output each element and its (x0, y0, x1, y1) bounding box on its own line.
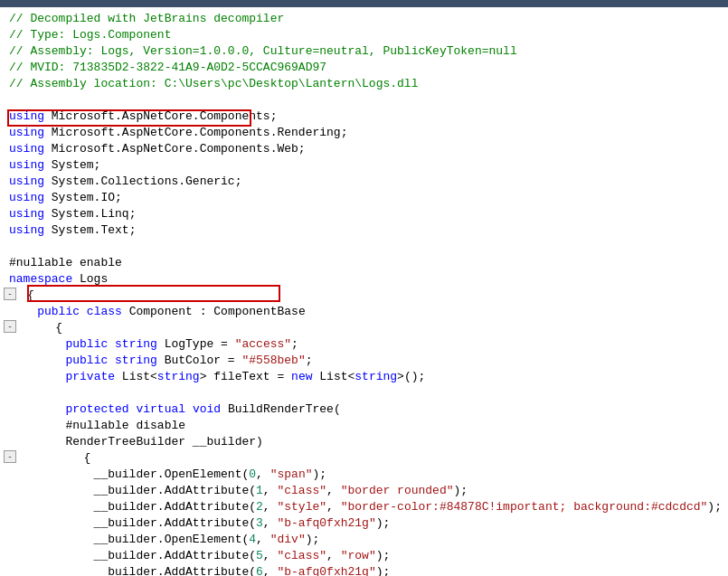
code: List< (115, 370, 157, 383)
code: System; (44, 158, 100, 172)
code: , (263, 516, 278, 530)
class-brace-line: - { (0, 320, 728, 336)
code: ButColor = (157, 354, 242, 367)
line-content: __builder.AddAttribute(6, "b-afq0fxh21g"… (0, 564, 728, 576)
line: using System.Text; (0, 222, 728, 239)
keyword: using (9, 191, 44, 204)
line-content (0, 385, 728, 401)
code: #nullable disable (9, 419, 185, 432)
line-content: #nullable enable (0, 255, 728, 271)
number: 5 (256, 549, 263, 562)
line: // Assembly: Logs, Version=1.0.0.0, Cult… (0, 43, 728, 60)
keyword: virtual (136, 402, 185, 416)
comment: // Assembly: Logs, Version=1.0.0.0, Cult… (9, 44, 517, 58)
code (9, 305, 37, 318)
code-area: // Decompiled with JetBrains decompiler … (0, 7, 728, 576)
comment: // Type: Logs.Component (9, 28, 171, 42)
line: // Decompiled with JetBrains decompiler (0, 11, 728, 27)
code: System.IO; (44, 191, 122, 204)
line: private List<string> fileText = new List… (0, 369, 728, 385)
code: , (326, 549, 341, 562)
string: "style" (277, 500, 326, 514)
keyword: private (65, 370, 115, 383)
code: > fileText = (200, 370, 291, 383)
code: __builder.OpenElement( (9, 533, 249, 546)
method-brace-line: - { (0, 450, 728, 467)
keyword: public (65, 337, 108, 351)
line: using System.Collections.Generic; (0, 174, 728, 190)
line-content: { (18, 288, 728, 304)
comment: // Assembly location: C:\Users\pc\Deskto… (9, 77, 418, 90)
string: "row" (341, 549, 376, 562)
collapse-icon[interactable]: - (4, 450, 16, 463)
number: 3 (256, 516, 263, 530)
keyword: string (115, 354, 157, 367)
comment: // Decompiled with JetBrains decompiler (9, 12, 284, 25)
keyword: class (87, 305, 122, 318)
string: "b-afq0fxh21g" (277, 565, 375, 576)
class-declaration-line: public class Component : ComponentBase (0, 304, 728, 320)
code: Microsoft.AspNetCore.Components.Renderin… (44, 126, 347, 139)
code: , (263, 565, 278, 576)
collapse-icon[interactable]: - (4, 288, 16, 300)
code (9, 402, 65, 416)
line-content: public string LogType = "access"; (0, 336, 728, 353)
line-content: __builder.AddAttribute(5, "class", "row"… (0, 548, 728, 564)
code: __builder.AddAttribute( (9, 565, 256, 576)
line-content: using System.Linq; (0, 206, 728, 222)
line: __builder.OpenElement(0, "span"); (0, 467, 728, 483)
line-content: __builder.AddAttribute(1, "class", "bord… (0, 483, 728, 499)
code: , (263, 500, 278, 514)
line-content: namespace Logs (0, 271, 728, 288)
code: , (326, 500, 341, 514)
code: RenderTreeBuilder __builder) (9, 435, 263, 449)
line-content: __builder.AddAttribute(3, "b-afq0fxh21g"… (0, 515, 728, 532)
line-content: // Assembly location: C:\Users\pc\Deskto… (0, 76, 728, 92)
collapse-icon[interactable]: - (4, 320, 16, 333)
line: // MVID: 713835D2-3822-41A9-A0D2-5CCAC96… (0, 60, 728, 76)
string: "border-color:#84878C!important; backgro… (341, 500, 708, 514)
line-content: protected virtual void BuildRenderTree( (0, 401, 728, 418)
line-content: { (18, 320, 728, 336)
line: using System; (0, 157, 728, 174)
code: __builder.AddAttribute( (9, 516, 256, 530)
string: "class" (277, 484, 326, 497)
keyword: string (355, 370, 397, 383)
keyword: public (65, 354, 108, 367)
using-highlight-line: using Microsoft.AspNetCore.Components; (0, 109, 728, 125)
code: >(); (397, 370, 425, 383)
code: System.Linq; (44, 207, 136, 221)
code: , (256, 533, 270, 546)
keyword: using (9, 207, 44, 221)
line-content: using System; (0, 157, 728, 174)
code: ); (376, 565, 391, 576)
string: "div" (270, 533, 306, 546)
line: __builder.OpenElement(4, "div"); (0, 532, 728, 548)
code: System.Text; (44, 223, 136, 237)
string: "b-afq0fxh21g" (277, 516, 375, 530)
code: { (27, 321, 62, 335)
code: System.Collections.Generic; (44, 175, 241, 188)
code: Logs (72, 272, 108, 286)
string: "#558beb" (241, 354, 305, 367)
line-content (0, 239, 728, 255)
code: __builder.OpenElement( (9, 467, 249, 481)
code: ; (306, 354, 313, 367)
keyword: new (291, 370, 312, 383)
string: "border rounded" (341, 484, 454, 497)
line-content: RenderTreeBuilder __builder) (0, 434, 728, 450)
code: ); (376, 516, 391, 530)
line: namespace Logs (0, 271, 728, 288)
code: { (27, 288, 34, 302)
number: 6 (256, 565, 263, 576)
line: // Type: Logs.Component (0, 27, 728, 43)
line: #nullable enable (0, 255, 728, 271)
code: __builder.AddAttribute( (9, 549, 256, 562)
number: 2 (256, 500, 263, 514)
code: #nullable enable (9, 256, 122, 269)
line: public string LogType = "access"; (0, 336, 728, 353)
string: "class" (277, 549, 326, 562)
keyword: using (9, 126, 44, 139)
line-content: // Decompiled with JetBrains decompiler (0, 11, 728, 27)
line-content: __builder.OpenElement(0, "span"); (0, 467, 728, 483)
